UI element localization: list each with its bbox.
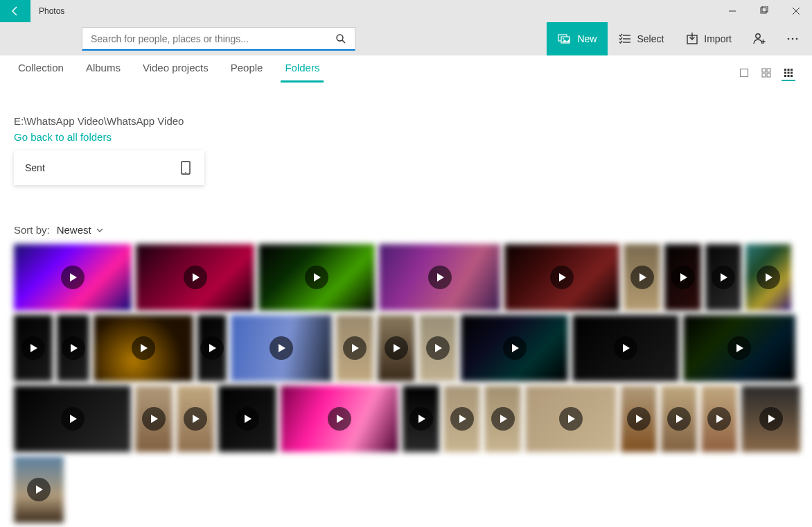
video-thumbnail[interactable]	[572, 315, 679, 381]
sortby-dropdown[interactable]: Newest	[57, 224, 104, 236]
play-icon	[343, 336, 367, 360]
select-button[interactable]: Select	[608, 22, 675, 55]
svg-rect-32	[784, 75, 786, 77]
svg-point-20	[796, 38, 798, 40]
video-thumbnail[interactable]	[14, 386, 131, 452]
video-thumbnail[interactable]	[57, 315, 89, 381]
play-icon	[27, 478, 51, 501]
video-thumbnail[interactable]	[664, 244, 701, 311]
tab-collection[interactable]: Collection	[14, 56, 68, 83]
video-thumbnail[interactable]	[461, 315, 568, 381]
new-button-label: New	[577, 33, 597, 44]
back-to-folders-link[interactable]: Go back to all folders	[14, 131, 112, 143]
video-thumbnail[interactable]	[525, 386, 617, 452]
video-thumbnail[interactable]	[135, 386, 173, 452]
video-thumbnail[interactable]	[419, 315, 457, 381]
play-icon	[671, 266, 695, 289]
play-icon	[627, 407, 651, 431]
device-icon	[178, 160, 193, 175]
close-button[interactable]	[780, 0, 812, 22]
svg-rect-2	[762, 6, 768, 12]
tab-label: Video projects	[143, 62, 209, 74]
play-icon	[385, 336, 408, 360]
video-thumbnail[interactable]	[484, 386, 521, 452]
play-icon	[503, 336, 527, 360]
svg-point-18	[788, 38, 790, 40]
view-smallgrid-button[interactable]	[782, 67, 795, 81]
account-icon	[752, 32, 766, 46]
video-thumbnail[interactable]	[14, 244, 132, 311]
view-single-icon	[739, 68, 749, 78]
video-thumbnail[interactable]	[136, 244, 254, 311]
video-thumbnail[interactable]	[661, 386, 697, 452]
video-thumbnail[interactable]	[621, 386, 657, 452]
play-icon	[61, 407, 85, 431]
svg-rect-21	[741, 69, 748, 77]
video-thumbnail[interactable]	[14, 456, 64, 523]
video-thumbnail[interactable]	[336, 315, 373, 381]
new-icon	[558, 32, 572, 46]
play-icon	[757, 266, 780, 289]
video-thumbnail[interactable]	[745, 244, 791, 311]
video-thumbnail[interactable]	[701, 386, 737, 452]
video-thumbnail[interactable]	[281, 386, 398, 452]
sortby-row: Sort by: Newest	[14, 224, 798, 236]
svg-rect-1	[761, 8, 766, 13]
account-button[interactable]	[743, 22, 776, 55]
video-thumbnail[interactable]	[218, 386, 276, 452]
subfolder-sent[interactable]: Sent	[14, 150, 204, 185]
video-thumbnail[interactable]	[705, 244, 741, 311]
view-grid-button[interactable]	[759, 66, 773, 80]
view-toggle	[737, 66, 798, 83]
search-input[interactable]	[82, 33, 327, 44]
back-button[interactable]	[0, 0, 30, 22]
title-bar: Photos	[0, 0, 812, 22]
import-button-label: Import	[704, 33, 732, 44]
search-button[interactable]	[327, 28, 355, 49]
new-button[interactable]: New	[547, 22, 608, 55]
chevron-down-icon	[96, 226, 104, 234]
tab-people[interactable]: People	[227, 56, 267, 83]
maximize-button[interactable]	[748, 0, 780, 22]
content-area: E:\WhatsApp Video\WhatsApp Video Go back…	[0, 83, 812, 527]
video-thumbnail[interactable]	[231, 315, 332, 381]
play-icon	[236, 407, 259, 431]
thumbnail-grid	[14, 244, 798, 523]
import-button[interactable]: Import	[675, 22, 743, 55]
play-icon	[667, 407, 691, 431]
video-thumbnail[interactable]	[624, 244, 660, 311]
svg-point-9	[563, 38, 564, 40]
tab-label: Albums	[86, 62, 121, 74]
svg-point-15	[756, 34, 760, 38]
play-icon	[132, 336, 155, 360]
video-thumbnail[interactable]	[94, 315, 193, 381]
play-icon	[614, 336, 637, 360]
view-single-button[interactable]	[737, 66, 751, 80]
video-thumbnail[interactable]	[258, 244, 375, 311]
play-icon	[426, 336, 450, 360]
tab-albums[interactable]: Albums	[82, 56, 125, 83]
video-thumbnail[interactable]	[378, 315, 415, 381]
play-icon	[550, 266, 574, 289]
video-thumbnail[interactable]	[379, 244, 500, 311]
play-icon	[450, 407, 474, 431]
view-grid-icon	[761, 68, 771, 78]
subfolder-label: Sent	[25, 162, 45, 173]
select-icon	[619, 33, 631, 45]
video-thumbnail[interactable]	[14, 315, 53, 381]
search-box[interactable]	[82, 27, 355, 51]
svg-rect-29	[784, 72, 786, 74]
tab-video-projects[interactable]: Video projects	[139, 56, 213, 83]
tab-folders[interactable]: Folders	[281, 56, 324, 83]
more-button[interactable]	[776, 22, 809, 55]
video-thumbnail[interactable]	[683, 315, 795, 381]
app-title: Photos	[30, 6, 64, 16]
video-thumbnail[interactable]	[403, 386, 439, 452]
minimize-button[interactable]	[716, 0, 748, 22]
video-thumbnail[interactable]	[504, 244, 619, 311]
video-thumbnail[interactable]	[177, 386, 214, 452]
video-thumbnail[interactable]	[197, 315, 227, 381]
video-thumbnail[interactable]	[741, 386, 800, 452]
video-thumbnail[interactable]	[443, 386, 480, 452]
select-button-label: Select	[637, 33, 664, 44]
